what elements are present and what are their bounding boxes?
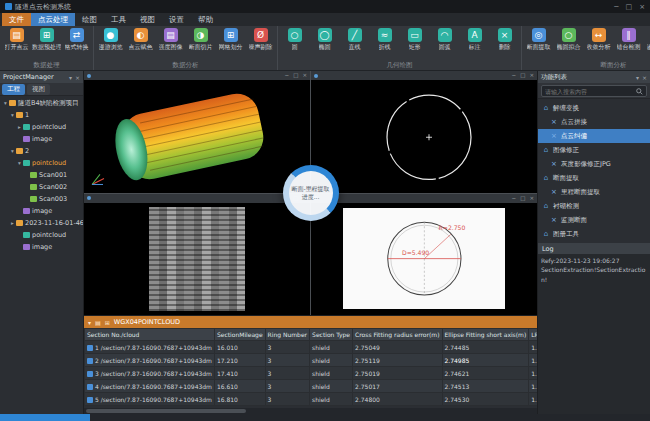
viewport-maximize-icon[interactable]: □	[520, 194, 525, 203]
ribbon-button-圆[interactable]: ○圆	[280, 27, 309, 52]
table-cell[interactable]: 2.75017	[353, 380, 442, 393]
close-button[interactable]: ×	[639, 3, 645, 11]
table-row[interactable]: 2 /section/7.87-16090.7687+10943dm17.210…	[85, 354, 538, 367]
table-cell[interactable]: 3	[265, 341, 309, 354]
table-cell[interactable]: 2.74621	[442, 367, 529, 380]
table-toolbar-icon-0[interactable]: ▾	[88, 319, 91, 326]
search-input[interactable]	[545, 88, 634, 95]
table-cell[interactable]: 1.98075	[529, 341, 537, 354]
ribbon-button-渗漏检测[interactable]: ◆渗漏检测	[644, 27, 650, 52]
tree-item-1[interactable]: ▾1	[0, 109, 83, 121]
table-cell[interactable]: 17.410	[214, 367, 265, 380]
table-cell[interactable]: 3	[265, 393, 309, 406]
table-cell[interactable]: 5 /section/7.87-16090.7687+10943dm	[85, 393, 215, 406]
tree-item-Scan003[interactable]: Scan003	[0, 193, 83, 205]
table-cell[interactable]: 1.98055	[529, 393, 537, 406]
search-icon[interactable]	[636, 88, 643, 95]
tree-item-pointcloud[interactable]: ▾pointcloud	[0, 157, 83, 169]
table-cell[interactable]: 17.210	[214, 354, 265, 367]
function-item-断面提取[interactable]: ⌂断面提取	[538, 171, 650, 185]
fit-diagram-canvas[interactable]: R=2.750 D=5.490	[311, 203, 537, 316]
tree-item-image[interactable]: image	[0, 205, 83, 217]
table-cell[interactable]: shield	[310, 380, 353, 393]
tree-item-隧道B4缺陷检测项目[interactable]: ▾隧道B4缺陷检测项目	[0, 97, 83, 109]
table-row[interactable]: 4 /section/7.87-16090.7687+10943dm16.610…	[85, 380, 538, 393]
table-hscrollbar[interactable]	[84, 408, 537, 414]
tree-item-pointcloud[interactable]: pointcloud	[0, 229, 83, 241]
table-cell[interactable]: 2.74513	[442, 380, 529, 393]
table-column-header[interactable]: Ring Number	[265, 329, 309, 341]
ribbon-button-打开点云[interactable]: ▤打开点云	[2, 27, 31, 52]
table-cell[interactable]: 1.98125	[529, 354, 537, 367]
project-tab-工程[interactable]: 工程	[2, 84, 25, 95]
tree-item-2[interactable]: ▾2	[0, 145, 83, 157]
table-cell[interactable]: 3 /section/7.87-16090.7687+10943dm	[85, 367, 215, 380]
pointcloud-canvas[interactable]	[84, 80, 310, 193]
ribbon-button-矩形[interactable]: ▭矩形	[400, 27, 429, 52]
table-cell-highlighted[interactable]: 2.74985	[442, 354, 529, 367]
function-item-监测断面[interactable]: ×监测断面	[538, 213, 650, 227]
table-cell[interactable]: 3	[265, 367, 309, 380]
function-item-图像修正[interactable]: ⌂图像修正	[538, 143, 650, 157]
viewport-close-icon[interactable]: ×	[302, 71, 307, 80]
table-cell[interactable]: shield	[310, 341, 353, 354]
panel-collapse-icon[interactable]: ▾	[636, 74, 639, 81]
table-cell[interactable]: 3	[265, 380, 309, 393]
table-column-header[interactable]: Ellipse Fitting short axis(m)	[442, 329, 529, 341]
table-row[interactable]: 5 /section/7.87-16090.7687+10943dm16.810…	[85, 393, 538, 406]
table-row[interactable]: 1 /section/7.87-16090.7687+10943dm16.010…	[85, 341, 538, 354]
table-cell[interactable]: 2.75019	[353, 367, 442, 380]
tree-item-Scan002[interactable]: Scan002	[0, 181, 83, 193]
table-toolbar-icon-2[interactable]: ⊞	[105, 319, 110, 326]
table-row[interactable]: 3 /section/7.87-16090.7687+10943dm17.410…	[85, 367, 538, 380]
function-item-点云纠偏[interactable]: ×点云纠偏	[538, 129, 650, 143]
table-cell[interactable]: 2.74530	[442, 393, 529, 406]
project-tab-视图[interactable]: 视图	[27, 84, 50, 95]
ribbon-button-网格划分[interactable]: ⊞网格划分	[216, 27, 245, 52]
ribbon-button-折线[interactable]: ≈折线	[370, 27, 399, 52]
menu-tab-绘图[interactable]: 绘图	[75, 13, 104, 26]
function-item-点云拼接[interactable]: ×点云拼接	[538, 115, 650, 129]
ribbon-button-圆弧[interactable]: ◠圆弧	[430, 27, 459, 52]
ribbon-button-直线[interactable]: ╱直线	[340, 27, 369, 52]
viewport-close-icon[interactable]: ×	[529, 71, 534, 80]
panel-close-icon[interactable]: ×	[642, 74, 647, 81]
ribbon-button-收敛分析[interactable]: ↔收敛分析	[584, 27, 613, 52]
table-cell[interactable]: 16.810	[214, 393, 265, 406]
ribbon-button-删除[interactable]: ×删除	[490, 27, 519, 52]
tree-expand-icon[interactable]: ▾	[2, 100, 9, 106]
ribbon-button-点云赋色[interactable]: ◐点云赋色	[126, 27, 155, 52]
ribbon-button-强度图像[interactable]: ▤强度图像	[156, 27, 185, 52]
tree-expand-icon[interactable]: ▸	[16, 124, 23, 130]
ribbon-button-断面切片[interactable]: ◑断面切片	[186, 27, 215, 52]
table-cell[interactable]: 16.010	[214, 341, 265, 354]
table-cell[interactable]: 16.610	[214, 380, 265, 393]
table-column-header[interactable]: Cross Fitting radius error(m)	[353, 329, 442, 341]
maximize-button[interactable]: □	[626, 3, 633, 11]
section-outline-canvas[interactable]	[311, 80, 537, 193]
function-item-里程断面提取[interactable]: ×里程断面提取	[538, 185, 650, 199]
menu-tab-视图[interactable]: 视图	[133, 13, 162, 26]
table-cell[interactable]: 2.75049	[353, 341, 442, 354]
table-cell[interactable]: 1.98225	[529, 367, 537, 380]
table-cell[interactable]: 1.98013	[529, 380, 537, 393]
ribbon-button-漫游浏览[interactable]: ●漫游浏览	[96, 27, 125, 52]
table-cell[interactable]: 1 /section/7.87-16090.7687+10943dm	[85, 341, 215, 354]
intensity-canvas[interactable]	[84, 203, 310, 316]
viewport-minimize-icon[interactable]: −	[512, 71, 517, 80]
table-column-header[interactable]: SectionMileage	[214, 329, 265, 341]
menu-tab-工具[interactable]: 工具	[104, 13, 133, 26]
table-column-header[interactable]: Section No./cloud	[85, 329, 215, 341]
panel-collapse-icon[interactable]: ▾	[69, 74, 72, 81]
tree-item-2023-11-16-01-46[interactable]: ▸2023-11-16-01-46	[0, 217, 83, 229]
ribbon-button-噪声剔除[interactable]: Ø噪声剔除	[246, 27, 275, 52]
ribbon-button-格式转换[interactable]: ⇄格式转换	[62, 27, 91, 52]
table-column-header[interactable]: Section Type	[310, 329, 353, 341]
ribbon-button-断面提取[interactable]: ◎断面提取	[524, 27, 553, 52]
menu-tab-点云处理[interactable]: 点云处理	[31, 13, 75, 26]
table-cell[interactable]: 2 /section/7.87-16090.7687+10943dm	[85, 354, 215, 367]
minimize-button[interactable]: ─	[614, 3, 618, 11]
function-item-灰度影像修正JPG[interactable]: ×灰度影像修正JPG	[538, 157, 650, 171]
table-cell[interactable]: 4 /section/7.87-16090.7687+10943dm	[85, 380, 215, 393]
function-item-解缠变换[interactable]: ⌂解缠变换	[538, 101, 650, 115]
